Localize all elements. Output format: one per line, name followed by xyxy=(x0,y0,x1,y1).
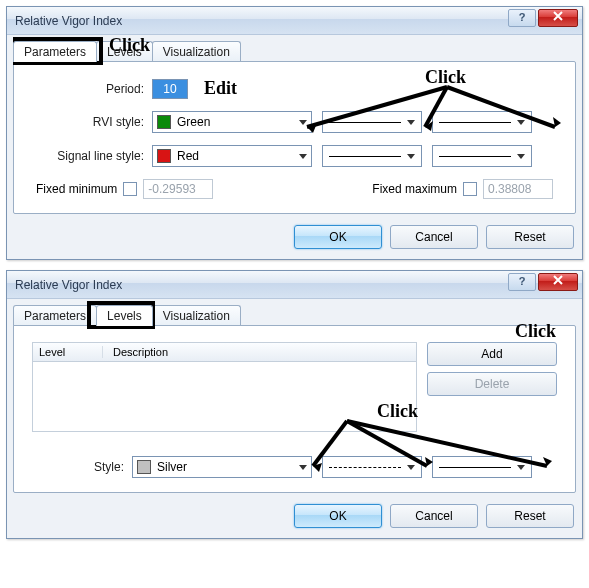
fixed-max-label: Fixed maximum xyxy=(372,182,457,196)
reset-button[interactable]: Reset xyxy=(486,504,574,528)
window-title: Relative Vigor Index xyxy=(15,14,122,28)
line-sample-icon xyxy=(439,122,511,123)
rvi-linewidth-dropdown[interactable] xyxy=(432,111,532,133)
help-button[interactable]: ? xyxy=(508,273,536,291)
rvi-linestyle-dropdown[interactable] xyxy=(322,111,422,133)
ok-button[interactable]: OK xyxy=(294,225,382,249)
col-level: Level xyxy=(33,346,103,358)
tab-parameters[interactable]: Parameters xyxy=(13,305,97,326)
rvi-style-label: RVI style: xyxy=(32,115,152,129)
window-title: Relative Vigor Index xyxy=(15,278,122,292)
line-sample-icon xyxy=(329,122,401,123)
fixed-min-value xyxy=(143,179,213,199)
rvi-color-text: Green xyxy=(177,115,299,129)
chevron-down-icon xyxy=(407,465,415,470)
chevron-down-icon xyxy=(407,120,415,125)
fixed-min-label: Fixed minimum xyxy=(36,182,117,196)
style-linestyle-dropdown[interactable] xyxy=(322,456,422,478)
dialog-levels: Relative Vigor Index ? Parameters Levels… xyxy=(6,270,583,539)
green-swatch-icon xyxy=(157,115,171,129)
dialog-parameters: Relative Vigor Index ? Parameters Levels… xyxy=(6,6,583,260)
close-icon xyxy=(552,274,564,286)
period-input[interactable] xyxy=(152,79,188,99)
cancel-button[interactable]: Cancel xyxy=(390,225,478,249)
help-button[interactable]: ? xyxy=(508,9,536,27)
tab-levels[interactable]: Levels xyxy=(96,305,153,326)
line-sample-icon xyxy=(439,467,511,468)
ok-button[interactable]: OK xyxy=(294,504,382,528)
signal-style-label: Signal line style: xyxy=(32,149,152,163)
chevron-down-icon xyxy=(299,154,307,159)
cancel-button[interactable]: Cancel xyxy=(390,504,478,528)
dashed-line-icon xyxy=(329,467,401,468)
signal-linestyle-dropdown[interactable] xyxy=(322,145,422,167)
chevron-down-icon xyxy=(299,120,307,125)
levels-grid-body[interactable] xyxy=(32,362,417,432)
levels-panel: Level Description Add Delete Style: Silv… xyxy=(13,325,576,493)
tab-levels[interactable]: Levels xyxy=(96,41,153,62)
chevron-down-icon xyxy=(517,154,525,159)
chevron-down-icon xyxy=(407,154,415,159)
signal-linewidth-dropdown[interactable] xyxy=(432,145,532,167)
tab-visualization[interactable]: Visualization xyxy=(152,305,241,326)
chevron-down-icon xyxy=(517,120,525,125)
style-label: Style: xyxy=(32,460,132,474)
line-sample-icon xyxy=(439,156,511,157)
close-button[interactable] xyxy=(538,273,578,291)
signal-color-text: Red xyxy=(177,149,299,163)
fixed-min-checkbox[interactable] xyxy=(123,182,137,196)
col-description: Description xyxy=(103,346,416,358)
style-linewidth-dropdown[interactable] xyxy=(432,456,532,478)
chevron-down-icon xyxy=(517,465,525,470)
tab-parameters[interactable]: Parameters xyxy=(13,41,97,62)
close-icon xyxy=(552,10,564,22)
reset-button[interactable]: Reset xyxy=(486,225,574,249)
red-swatch-icon xyxy=(157,149,171,163)
edit-annotation: Edit xyxy=(204,78,237,99)
fixed-max-value xyxy=(483,179,553,199)
add-button[interactable]: Add xyxy=(427,342,557,366)
tab-visualization[interactable]: Visualization xyxy=(152,41,241,62)
rvi-color-dropdown[interactable]: Green xyxy=(152,111,312,133)
levels-grid-header: Level Description xyxy=(32,342,417,362)
titlebar: Relative Vigor Index ? xyxy=(7,7,582,35)
chevron-down-icon xyxy=(299,465,307,470)
period-label: Period: xyxy=(32,82,152,96)
close-button[interactable] xyxy=(538,9,578,27)
signal-color-dropdown[interactable]: Red xyxy=(152,145,312,167)
parameters-panel: Period: Edit RVI style: Green Signal lin… xyxy=(13,61,576,214)
line-sample-icon xyxy=(329,156,401,157)
delete-button: Delete xyxy=(427,372,557,396)
fixed-max-checkbox[interactable] xyxy=(463,182,477,196)
style-color-text: Silver xyxy=(157,460,299,474)
style-color-dropdown[interactable]: Silver xyxy=(132,456,312,478)
silver-swatch-icon xyxy=(137,460,151,474)
titlebar: Relative Vigor Index ? xyxy=(7,271,582,299)
